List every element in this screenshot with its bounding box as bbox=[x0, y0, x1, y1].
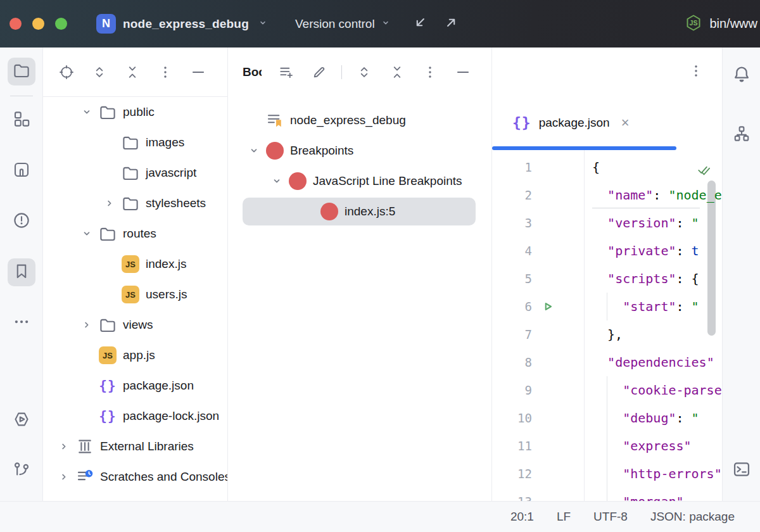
js-file-icon: JS bbox=[120, 255, 141, 273]
chevron-down-icon[interactable] bbox=[76, 227, 98, 241]
tree-row-scratches-and-consoles[interactable]: Scratches and Consoles bbox=[43, 462, 227, 492]
code-line: 13 "morgan" bbox=[492, 488, 722, 501]
tree-row-views[interactable]: views bbox=[43, 310, 227, 340]
line-number: 6 bbox=[492, 293, 532, 320]
code-editor[interactable]: 1{2 "name": "node_express_debug"3 "versi… bbox=[492, 150, 722, 501]
tree-item-label: index.js bbox=[146, 257, 186, 271]
expand-all-icon[interactable] bbox=[356, 64, 372, 80]
tree-item-label: package.json bbox=[123, 379, 194, 393]
tree-row-routes[interactable]: routes bbox=[43, 218, 227, 249]
tree-row-external-libraries[interactable]: External Libraries bbox=[43, 431, 227, 462]
folder-icon bbox=[98, 315, 118, 334]
bookmarks-row-node-express-debug[interactable]: node_express_debug bbox=[228, 105, 491, 136]
collapse-all-icon[interactable] bbox=[124, 64, 141, 80]
kebab-icon[interactable] bbox=[422, 64, 438, 80]
tree-row-app-js[interactable]: JSapp.js bbox=[43, 340, 227, 370]
status-filetype[interactable]: JSON: package bbox=[650, 510, 735, 524]
structure-tool-button[interactable] bbox=[8, 106, 35, 134]
bookmarks-row-index-js-5[interactable]: index.js:5 bbox=[228, 196, 491, 227]
edit-icon[interactable] bbox=[311, 64, 327, 80]
chevron-down-icon[interactable] bbox=[266, 174, 288, 188]
chevron-down-icon[interactable] bbox=[243, 144, 265, 158]
line-number: 5 bbox=[492, 265, 532, 293]
code-line: 6 "start": " bbox=[492, 293, 722, 320]
status-line-separator[interactable]: LF bbox=[557, 510, 571, 524]
services-tool-button[interactable] bbox=[8, 407, 35, 434]
status-encoding[interactable]: UTF-8 bbox=[593, 510, 628, 524]
line-number: 13 bbox=[492, 488, 532, 501]
problems-tool-button[interactable] bbox=[8, 208, 35, 236]
tree-row-package-lock-json[interactable]: {}package-lock.json bbox=[43, 401, 227, 431]
hierarchy-icon bbox=[732, 124, 751, 146]
add-list-icon[interactable] bbox=[278, 64, 294, 80]
tree-row-javascript[interactable]: javascript bbox=[43, 158, 227, 188]
minimize-icon[interactable] bbox=[455, 64, 471, 80]
code-line: 10 "debug": " bbox=[492, 404, 722, 432]
project-widget[interactable]: N node_express_debug bbox=[96, 14, 269, 34]
bookmark-icon bbox=[12, 262, 31, 283]
status-caret-position[interactable]: 20:1 bbox=[510, 510, 534, 524]
code-line: 8 "dependencies" bbox=[492, 348, 722, 376]
scratches-icon bbox=[75, 467, 95, 486]
notebook-tool-button[interactable] bbox=[8, 157, 35, 185]
vcs-widget[interactable]: Version control bbox=[295, 17, 391, 31]
chevron-down-icon[interactable] bbox=[76, 105, 98, 119]
navigate-forward-icon[interactable] bbox=[443, 14, 460, 34]
chevron-right-icon[interactable] bbox=[53, 440, 75, 453]
folder-icon bbox=[120, 133, 141, 152]
chevron-right-icon[interactable] bbox=[99, 196, 120, 210]
kebab-icon[interactable] bbox=[157, 64, 174, 80]
toolbar-divider bbox=[341, 65, 342, 79]
version-control-tool-button[interactable] bbox=[8, 457, 35, 485]
tree-row-index-js[interactable]: JSindex.js bbox=[43, 249, 227, 279]
bookmarks-row-breakpoints[interactable]: Breakpoints bbox=[228, 136, 491, 166]
chevron-right-icon[interactable] bbox=[76, 318, 98, 332]
json-file-icon: {} bbox=[98, 408, 118, 424]
line-number: 12 bbox=[492, 460, 532, 488]
navigate-back-icon[interactable] bbox=[412, 14, 429, 34]
window-minimize-button[interactable] bbox=[32, 18, 44, 30]
run-configuration-widget[interactable]: JS bin/www bbox=[684, 13, 760, 35]
chevron-right-icon[interactable] bbox=[53, 470, 75, 484]
window-controls bbox=[0, 18, 67, 30]
json-braces-icon: {} bbox=[512, 115, 531, 131]
statusbar: 20:1LFUTF-8JSON: package bbox=[0, 501, 760, 532]
structure-icon bbox=[12, 110, 31, 131]
gutter bbox=[532, 376, 592, 404]
bookmarks-tool-button[interactable] bbox=[8, 258, 35, 286]
window-close-button[interactable] bbox=[10, 18, 22, 30]
tree-row-users-js[interactable]: JSusers.js bbox=[43, 279, 227, 310]
window-zoom-button[interactable] bbox=[55, 18, 67, 30]
folder-icon bbox=[98, 103, 118, 122]
tree-item-label: External Libraries bbox=[100, 440, 194, 453]
tree-item-label: users.js bbox=[146, 288, 187, 301]
tree-item-label: javascript bbox=[146, 166, 196, 180]
more-tool-windows-button[interactable] bbox=[8, 309, 35, 337]
line-underline bbox=[592, 208, 700, 209]
run-script-gutter-icon[interactable] bbox=[532, 293, 592, 320]
tree-item-label: images bbox=[146, 136, 184, 149]
terminal-tool-button[interactable] bbox=[728, 457, 756, 484]
kebab-icon[interactable] bbox=[688, 63, 704, 79]
notifications-button[interactable] bbox=[728, 61, 756, 89]
locate-icon[interactable] bbox=[58, 64, 75, 80]
gutter bbox=[532, 320, 592, 348]
bookmarks-item-label: JavaScript Line Breakpoints bbox=[313, 174, 462, 188]
project-tool-button[interactable] bbox=[8, 58, 35, 86]
tree-item-label: package-lock.json bbox=[123, 409, 219, 423]
editor-tab-bar: {} package.json × bbox=[492, 95, 722, 150]
tree-row-package-json[interactable]: {}package.json bbox=[43, 370, 227, 401]
tree-row-stylesheets[interactable]: stylesheets bbox=[43, 188, 227, 218]
hierarchy-tool-button[interactable] bbox=[728, 121, 756, 149]
tree-row-images[interactable]: images bbox=[43, 127, 227, 158]
minimize-icon[interactable] bbox=[190, 64, 206, 80]
svg-text:JS: JS bbox=[690, 19, 698, 27]
run-configuration-name: bin/www bbox=[709, 16, 757, 31]
git-branch-icon bbox=[12, 460, 31, 482]
expand-all-icon[interactable] bbox=[91, 64, 108, 80]
tree-row-public[interactable]: public bbox=[43, 97, 227, 127]
close-icon[interactable]: × bbox=[621, 116, 630, 130]
collapse-all-icon[interactable] bbox=[389, 64, 405, 80]
bookmarks-row-javascript-line-breakpoints[interactable]: JavaScript Line Breakpoints bbox=[228, 166, 491, 196]
tab-package-json[interactable]: {} package.json × bbox=[492, 95, 722, 150]
